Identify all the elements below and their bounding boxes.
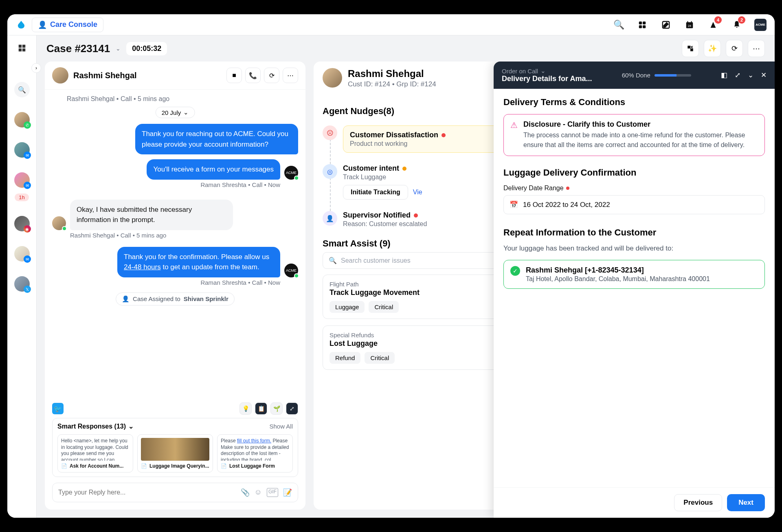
person-icon: 👤 bbox=[38, 20, 47, 29]
messenger-channel-icon: ✉ bbox=[24, 255, 31, 263]
template-icon[interactable]: 📝 bbox=[283, 488, 292, 497]
doc-icon: 📄 bbox=[221, 463, 227, 469]
apps-icon[interactable] bbox=[636, 19, 648, 31]
agent-avatar: ACME bbox=[284, 166, 298, 180]
svg-rect-6 bbox=[688, 21, 688, 23]
voice-call-icon[interactable]: 📞 bbox=[245, 68, 261, 83]
grid-icon[interactable] bbox=[16, 42, 28, 54]
more-chat-icon[interactable]: ⋯ bbox=[283, 68, 298, 83]
chat-meta-line: Rashmi Shehgal • Call • 5 mins ago bbox=[67, 95, 298, 103]
alerts-icon[interactable]: 4 bbox=[707, 19, 719, 31]
twitter-channel-icon: 𝕏 bbox=[24, 286, 31, 293]
repeat-info-text: Your luggage has been tracked and will b… bbox=[503, 244, 765, 253]
progress-bar bbox=[655, 74, 691, 77]
tag: Refund bbox=[329, 352, 360, 364]
customer-ids: Cust ID: #124 • Grp ID: #124 bbox=[348, 80, 436, 88]
disclosure-box: ⚠ Disclosure - Clarify this to Customer … bbox=[503, 114, 765, 156]
svg-rect-11 bbox=[18, 48, 21, 51]
reply-box[interactable]: 📎 ☺ GIF 📝 bbox=[52, 483, 298, 502]
show-all-link[interactable]: Show All bbox=[269, 423, 293, 430]
agent-message: You'll receive a form on your messages bbox=[147, 159, 280, 180]
chevron-down-icon[interactable]: ⌄ bbox=[128, 422, 134, 430]
compose-icon[interactable] bbox=[660, 19, 672, 31]
care-console-button[interactable]: 👤 Care Console bbox=[32, 18, 103, 32]
chevron-down-icon: ⌄ bbox=[540, 67, 546, 75]
svg-rect-2 bbox=[639, 25, 642, 28]
expand-icon[interactable]: ⤢ bbox=[286, 402, 298, 415]
smart-response-card[interactable]: 📄Luggage Image Queryin... bbox=[137, 434, 213, 473]
twitter-channel-badge[interactable]: 🐦 bbox=[52, 403, 64, 414]
message-meta: Rashmi Shehgal • Call • 5 mins ago bbox=[70, 232, 298, 239]
svg-rect-10 bbox=[22, 45, 25, 48]
required-indicator bbox=[566, 187, 569, 190]
care-console-label: Care Console bbox=[50, 20, 97, 29]
message-meta: Raman Shreshta • Call • Now bbox=[52, 181, 280, 188]
smart-responses-title: Smart Responses (13) bbox=[57, 423, 126, 430]
svg-rect-7 bbox=[691, 21, 692, 23]
sidebar-toggle-icon[interactable]: ◧ bbox=[721, 71, 727, 79]
refresh-icon[interactable]: ⟳ bbox=[726, 40, 743, 57]
chevron-down-icon: ⌄ bbox=[183, 109, 189, 116]
app-logo-icon bbox=[15, 19, 27, 31]
customer-avatar bbox=[323, 68, 342, 88]
initiate-tracking-button[interactable]: Initiate Tracking bbox=[343, 185, 408, 200]
person-icon: 👤 bbox=[122, 295, 130, 303]
lightbulb-icon[interactable]: 💡 bbox=[239, 402, 252, 415]
previous-button[interactable]: Previous bbox=[674, 494, 722, 511]
chat-contact-1[interactable]: ✆ bbox=[14, 112, 30, 128]
plant-icon[interactable]: 🌱 bbox=[270, 402, 283, 415]
calendar-icon[interactable]: 24 bbox=[683, 19, 696, 31]
next-button[interactable]: Next bbox=[727, 494, 765, 511]
whatsapp-channel-icon: ✆ bbox=[24, 121, 31, 129]
case-dropdown-chevron-icon[interactable]: ⌄ bbox=[116, 45, 121, 52]
left-sidebar: › 🔍 ✆ ✉ ✉ 1h ◉ ✉ 𝕏 bbox=[7, 35, 37, 518]
customer-message: Okay, I have submitted the necessary inf… bbox=[70, 200, 233, 230]
chat-date-pill[interactable]: 20 July⌄ bbox=[156, 107, 195, 118]
smart-response-card[interactable]: Hello <name>, let me help you in locatin… bbox=[57, 434, 133, 473]
sidebar-search-button[interactable]: 🔍 bbox=[14, 82, 30, 97]
chat-contact-4[interactable]: ◉ bbox=[14, 216, 30, 231]
search-icon[interactable]: 🔍 bbox=[613, 19, 625, 31]
panel-breadcrumb[interactable]: Order on Call⌄ bbox=[502, 67, 592, 75]
chat-contact-5[interactable]: ✉ bbox=[14, 246, 30, 262]
chat-contact-3[interactable]: ✉ bbox=[14, 172, 30, 188]
calendar-icon: 📅 bbox=[510, 200, 518, 209]
svg-rect-12 bbox=[22, 48, 25, 51]
topbar: 👤 Care Console 🔍 24 4 2 ACME bbox=[7, 14, 775, 35]
notifications-icon[interactable]: 2 bbox=[731, 19, 743, 31]
expand-icon[interactable]: ⤢ bbox=[735, 71, 740, 79]
agent-message: Thank you for reaching out to ACME. Coul… bbox=[135, 124, 298, 154]
swap-icon[interactable] bbox=[682, 40, 699, 57]
case-assignment-pill: 👤 Case Assigned to Shivan Sprinklr bbox=[116, 292, 235, 306]
collapse-icon[interactable]: ⌄ bbox=[748, 71, 753, 79]
emoji-icon[interactable]: ☺ bbox=[255, 488, 262, 497]
customer-avatar bbox=[52, 67, 68, 84]
video-call-icon[interactable]: ■ bbox=[226, 68, 242, 83]
refresh-chat-icon[interactable]: ⟳ bbox=[264, 68, 279, 83]
date-range-field[interactable]: 📅 16 Oct 2022 to 24 Oct, 2022 bbox=[503, 195, 765, 214]
section-heading: Delivery Terms & Conditions bbox=[503, 97, 765, 108]
view-link[interactable]: Vie bbox=[413, 189, 422, 196]
doc-icon: 📄 bbox=[141, 463, 147, 469]
case-header: Case #23141 ⌄ 00:05:32 ✨ ⟳ ⋯ bbox=[37, 35, 775, 62]
gif-icon[interactable]: GIF bbox=[267, 488, 278, 497]
smart-response-card[interactable]: Please fill out this form. Please Make s… bbox=[217, 434, 293, 473]
brand-avatar[interactable]: ACME bbox=[754, 19, 767, 31]
agent-message: Thank you for the confirmation. Please a… bbox=[117, 247, 280, 277]
customer-name-large: Rashmi Shehgal bbox=[348, 68, 436, 79]
reply-input[interactable] bbox=[58, 489, 241, 496]
more-icon[interactable]: ⋯ bbox=[748, 40, 765, 57]
magic-icon[interactable]: ✨ bbox=[704, 40, 721, 57]
disclosure-text: The process cannot be made into a one-ti… bbox=[523, 130, 758, 150]
tag: Critical bbox=[369, 301, 399, 313]
case-timer: 00:05:32 bbox=[126, 42, 167, 55]
tag: Luggage bbox=[329, 301, 365, 313]
chat-contact-6[interactable]: 𝕏 bbox=[14, 276, 30, 292]
delivery-side-panel: Order on Call⌄ Delivery Details for Ama.… bbox=[494, 62, 775, 518]
notes-icon[interactable]: 📋 bbox=[255, 402, 267, 415]
close-icon[interactable]: ✕ bbox=[761, 71, 767, 79]
chat-contact-2[interactable]: ✉ bbox=[14, 142, 30, 158]
supervisor-icon: 👤 bbox=[323, 211, 337, 226]
attach-icon[interactable]: 📎 bbox=[241, 488, 250, 497]
svg-rect-3 bbox=[643, 25, 646, 28]
